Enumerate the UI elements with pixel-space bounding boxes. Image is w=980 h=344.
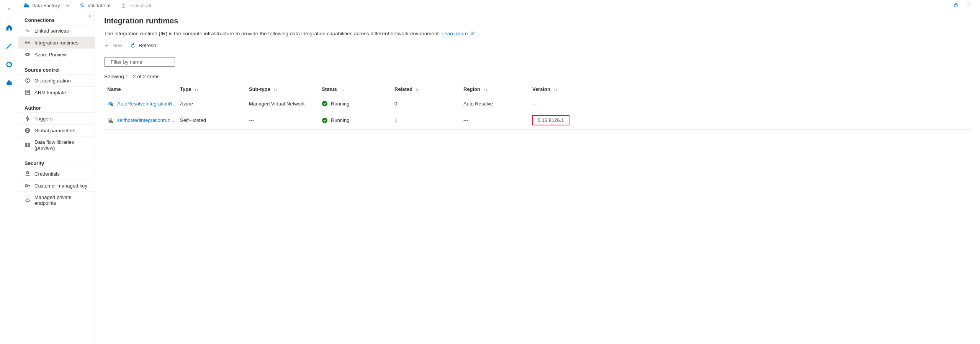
git-icon (25, 77, 31, 84)
col-header-status[interactable]: Status↑↓ (322, 86, 394, 92)
user-icon (25, 171, 31, 177)
learn-more-link[interactable]: Learn more (442, 31, 475, 36)
sidebar-item-customer-managed-key[interactable]: Customer managed key (18, 179, 95, 191)
cell-version: 5.16.8126.1 (532, 115, 601, 125)
topbar-right-tools (951, 2, 977, 9)
runtime-name-text: selfhostedintegrationrun... (117, 117, 175, 123)
cell-subtype: Managed Virtual Network (249, 101, 322, 107)
sidebar-item-git-configuration[interactable]: Git configuration (18, 74, 95, 86)
rail-manage-button[interactable] (2, 75, 17, 91)
chevron-down-icon (65, 3, 70, 8)
svg-rect-4 (24, 5, 29, 7)
svg-rect-14 (28, 143, 29, 147)
collapse-panel-button[interactable]: « (88, 13, 91, 18)
refresh-button[interactable]: Refresh (130, 43, 156, 48)
col-label: Version (532, 86, 550, 92)
sidebar-item-label: Git configuration (34, 78, 71, 84)
sidebar-item-credentials[interactable]: Credentials (18, 168, 95, 179)
filter-input[interactable] (111, 59, 175, 65)
upload-icon (121, 3, 126, 8)
svg-point-16 (25, 184, 28, 187)
col-label: Type (180, 86, 191, 92)
status-ok-icon (322, 100, 328, 107)
sort-icon: ↑↓ (273, 87, 278, 92)
runtime-name-link[interactable]: AutoResolveIntegrationR... (107, 100, 180, 107)
cell-related[interactable]: 1 (394, 117, 463, 123)
filter-input-wrapper[interactable] (104, 57, 175, 67)
trash-icon (966, 3, 972, 8)
plus-icon (104, 43, 110, 48)
validate-all-button[interactable]: Validate all (77, 2, 114, 9)
sidebar-item-integration-runtimes[interactable]: Integration runtimes (18, 36, 95, 48)
publish-all-label: Publish all (128, 3, 151, 8)
col-label: Related (394, 86, 412, 92)
sidebar-item-label: Credentials (34, 171, 60, 177)
sidebar-item-linked-services[interactable]: Linked services (18, 25, 95, 36)
content-area: Integration runtimes The integration run… (95, 11, 980, 344)
page-title: Integration runtimes (104, 16, 971, 25)
sidebar-item-label: Customer managed key (34, 183, 87, 189)
svg-rect-20 (109, 118, 111, 119)
bolt-icon (25, 115, 31, 122)
topbar: Data Factory Validate all Publish all (18, 0, 980, 11)
sidebar-item-arm-template[interactable]: ARM template (18, 86, 95, 98)
col-label: Name (107, 86, 121, 92)
gauge-icon (5, 61, 13, 68)
runtime-grid: Name↑↓ Type↑↓ Sub-type↑↓ Status↑↓ Relate… (104, 82, 971, 130)
sidebar-item-data-flow-libraries[interactable]: Data flow libraries (preview) (18, 136, 95, 153)
sidebar-item-label: Global parameters (34, 128, 75, 133)
grid-header: Name↑↓ Type↑↓ Sub-type↑↓ Status↑↓ Relate… (104, 82, 971, 96)
refresh-icon (953, 3, 959, 8)
toolbox-icon (5, 79, 13, 87)
section-label-security: Security (18, 153, 95, 168)
sidebar-item-azure-purview[interactable]: Azure Purview (18, 48, 95, 60)
main-column: Data Factory Validate all Publish all (18, 0, 980, 344)
rail-home-button[interactable] (2, 20, 17, 35)
col-header-type[interactable]: Type↑↓ (180, 86, 249, 92)
svg-point-15 (26, 171, 29, 174)
eye-icon (25, 51, 31, 58)
checklist-icon (80, 3, 85, 8)
side-panel: « Connections Linked services Integratio… (18, 11, 95, 344)
cell-region: --- (463, 117, 532, 123)
svg-point-5 (25, 42, 27, 43)
svg-rect-3 (8, 81, 10, 82)
cell-type: Azure (180, 101, 249, 107)
global-refresh-button[interactable] (951, 2, 961, 9)
factory-selector[interactable]: Data Factory (21, 2, 73, 9)
svg-point-6 (28, 42, 30, 43)
under-top: « Connections Linked services Integratio… (18, 11, 980, 344)
library-icon (25, 142, 31, 148)
runtime-name-link[interactable]: selfhostedintegrationrun... (107, 117, 180, 124)
svg-rect-12 (25, 143, 26, 147)
col-header-name[interactable]: Name↑↓ (107, 86, 180, 92)
sidebar-item-managed-private-endpoints[interactable]: Managed private endpoints (18, 191, 95, 209)
cell-subtype: --- (249, 117, 322, 123)
rail-monitor-button[interactable] (2, 57, 17, 72)
app-root: » Data Factory Validate all (0, 0, 980, 344)
sidebar-item-label: Linked services (34, 28, 69, 34)
cloud-lock-icon (25, 197, 31, 203)
col-header-region[interactable]: Region↑↓ (463, 86, 532, 92)
svg-rect-2 (7, 82, 11, 85)
publish-all-button[interactable]: Publish all (118, 2, 153, 9)
col-header-subtype[interactable]: Sub-type↑↓ (249, 86, 322, 92)
sidebar-item-triggers[interactable]: Triggers (18, 112, 95, 124)
table-row: AutoResolveIntegrationR...AzureManaged V… (104, 96, 971, 111)
sort-icon: ↑↓ (553, 87, 558, 92)
link-icon (25, 28, 31, 34)
home-icon (5, 24, 13, 31)
cell-version: --- (532, 101, 601, 107)
validate-all-label: Validate all (87, 3, 111, 8)
runtime-icon (25, 40, 31, 46)
svg-rect-21 (109, 119, 111, 120)
sidebar-item-global-parameters[interactable]: Global parameters (18, 124, 95, 136)
col-header-version[interactable]: Version↑↓ (532, 86, 601, 92)
sidebar-item-label: Managed private endpoints (34, 194, 88, 206)
rail-expand-button[interactable]: » (2, 2, 17, 17)
rail-author-button[interactable] (2, 38, 17, 54)
new-button[interactable]: New (104, 43, 123, 48)
col-header-related[interactable]: Related↑↓ (394, 86, 463, 92)
discard-button[interactable] (964, 2, 974, 9)
section-label-author: Author (18, 98, 95, 112)
